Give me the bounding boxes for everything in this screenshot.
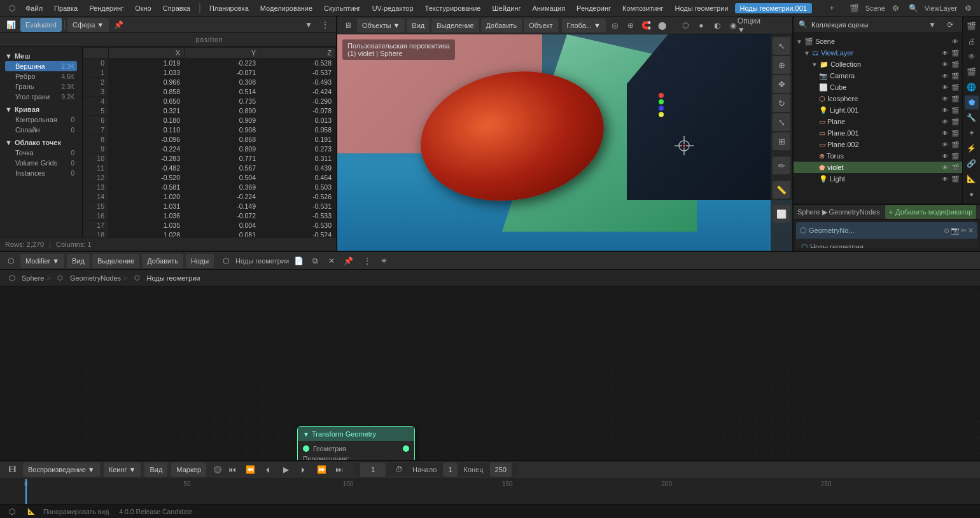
- current-frame-input[interactable]: 1: [360, 463, 386, 477]
- menu-edit[interactable]: Правка: [49, 3, 83, 13]
- table-row[interactable]: 2 0.966 0.308 -0.493: [83, 78, 336, 87]
- light-cam-icon[interactable]: 🎬: [951, 174, 960, 183]
- tree-plane001[interactable]: ▭ Plane.001 👁 🎬: [794, 127, 962, 139]
- plane001-cam-icon[interactable]: 🎬: [951, 129, 960, 137]
- table-row[interactable]: 17 1.035 0.004 -0.530: [83, 221, 336, 230]
- menu-help[interactable]: Справка: [158, 3, 195, 13]
- workspace-animation[interactable]: Анимация: [527, 3, 570, 13]
- scene-props-icon[interactable]: 🎬: [965, 65, 979, 79]
- table-row[interactable]: 12 -0.520 0.504 0.464: [83, 173, 336, 183]
- node-editor-icon[interactable]: ⬡: [4, 254, 18, 268]
- node-more-icon[interactable]: ⋮: [360, 254, 374, 268]
- shading-solid-icon[interactable]: ●: [694, 18, 708, 32]
- add-cube-tool[interactable]: ⬜: [773, 205, 790, 223]
- viewport-select-menu[interactable]: Выделение: [431, 18, 479, 32]
- table-row[interactable]: 8 -0.096 0.868 0.191: [83, 135, 336, 144]
- view-props-icon[interactable]: 👁: [965, 50, 979, 64]
- tree-viewlayer[interactable]: ▼ 🗂 ViewLayer 👁 🎬: [794, 47, 962, 59]
- workspace-geonodes2[interactable]: Ноды геометрии.001: [735, 3, 812, 13]
- plane001-eye-icon[interactable]: 👁: [941, 129, 949, 137]
- collection-cam-icon[interactable]: 🎬: [951, 60, 960, 69]
- workspace-shading[interactable]: Шейдинг: [487, 3, 526, 13]
- col-x[interactable]: X: [109, 48, 185, 59]
- transform-node[interactable]: ▼ Transform Geometry Геометрия Перемещен…: [297, 426, 415, 460]
- table-row[interactable]: 11 -0.482 0.567 0.439: [83, 164, 336, 173]
- translate-tool[interactable]: ✥: [773, 75, 790, 93]
- camera-cam-icon[interactable]: 🎬: [951, 71, 960, 80]
- add-workspace-icon[interactable]: +: [825, 1, 839, 15]
- menu-window[interactable]: Окно: [130, 3, 157, 13]
- ico-eye-icon[interactable]: 👁: [941, 94, 949, 103]
- constraints-props-icon[interactable]: 🔗: [965, 157, 979, 171]
- workspace-uv[interactable]: UV-редактор: [367, 3, 419, 13]
- node-modifier-menu[interactable]: Modifier ▼: [20, 254, 64, 268]
- tree-scene[interactable]: ▼ 🎬 Scene 👁: [794, 36, 962, 47]
- workspace-layout[interactable]: Планировка: [204, 3, 254, 13]
- violet-cam-icon[interactable]: 🎬: [951, 163, 960, 172]
- tree-cube[interactable]: ⬜ Cube 👁 🎬: [794, 81, 962, 93]
- table-row[interactable]: 1 1.033 -0.071 -0.537: [83, 68, 336, 78]
- viewport-objects-menu[interactable]: Объекты ▼: [357, 18, 405, 32]
- viewport-gizmo-icon[interactable]: ⊕: [624, 18, 638, 32]
- start-frame-input[interactable]: 1: [443, 463, 457, 477]
- move-tool[interactable]: ↖: [773, 37, 790, 55]
- workspace-modeling[interactable]: Моделирование: [255, 3, 318, 13]
- tree-torus[interactable]: ⊗ Torus 👁 🎬: [794, 150, 962, 162]
- 3d-viewport[interactable]: Пользовательская перспектива (1) violet …: [337, 34, 792, 251]
- mod-realtime-icon[interactable]: ⊙: [944, 227, 949, 235]
- cube-cam-icon[interactable]: 🎬: [951, 83, 960, 92]
- modifier-props-icon[interactable]: 🔧: [965, 111, 979, 125]
- plane-cam-icon[interactable]: 🎬: [951, 117, 960, 126]
- spline-item[interactable]: Сплайн 0: [5, 125, 77, 135]
- table-row[interactable]: 7 0.110 0.908 0.058: [83, 125, 336, 135]
- col-y[interactable]: Y: [185, 48, 260, 59]
- tree-plane[interactable]: ▭ Plane 👁 🎬: [794, 116, 962, 127]
- viewport-mode-btn[interactable]: Глоба... ▼: [562, 18, 606, 32]
- world-props-icon[interactable]: 🌐: [965, 80, 979, 94]
- menu-render[interactable]: Рендеринг: [84, 3, 129, 13]
- end-frame-input[interactable]: 250: [490, 463, 512, 477]
- scene-eye-icon[interactable]: 👁: [951, 37, 960, 46]
- instances-item[interactable]: Instances 0: [5, 168, 77, 178]
- annotate-tool[interactable]: ✏: [773, 157, 790, 174]
- plane002-cam-icon[interactable]: 🎬: [951, 140, 960, 149]
- node-add-menu[interactable]: Добавить: [142, 254, 183, 268]
- torus-cam-icon[interactable]: 🎬: [951, 151, 960, 160]
- node-canvas[interactable]: ▼ Вход группы Геометрия: [0, 286, 980, 460]
- table-row[interactable]: 16 1.036 -0.072 -0.533: [83, 211, 336, 221]
- play-btn[interactable]: ▶: [279, 463, 293, 477]
- workspace-geonodes[interactable]: Ноды геометрии: [670, 3, 734, 13]
- jump-end-btn[interactable]: ⏭: [332, 463, 346, 477]
- vertex-item[interactable]: Вершина 2.3K: [5, 61, 77, 71]
- object-props-icon[interactable]: ⬟: [965, 95, 979, 109]
- viewport-snap-icon[interactable]: 🧲: [640, 18, 654, 32]
- node-shading-icon[interactable]: ☀: [377, 254, 391, 268]
- breadcrumb-geonodes[interactable]: GeometryNodes: [70, 274, 121, 282]
- node-select-menu[interactable]: Выделение: [92, 254, 139, 268]
- tree-plane002[interactable]: ▭ Plane.002 👁 🎬: [794, 139, 962, 150]
- scale-tool[interactable]: ⤡: [773, 113, 790, 131]
- mod-edit-icon[interactable]: ✏: [961, 227, 967, 235]
- timeline-play-menu[interactable]: Воспроизведение ▼: [23, 463, 100, 477]
- breadcrumb-sphere[interactable]: Sphere: [22, 274, 44, 282]
- next-frame-btn[interactable]: ⏩: [314, 463, 328, 477]
- viewport-editor-icon[interactable]: 🖥: [341, 18, 355, 32]
- table-row[interactable]: 14 1.020 -0.224 -0.526: [83, 192, 336, 202]
- table-row[interactable]: 9 -0.224 0.809 0.273: [83, 144, 336, 154]
- col-z[interactable]: Z: [260, 48, 336, 59]
- prev-keyframe-btn[interactable]: ⏴: [261, 463, 275, 477]
- face-corner-item[interactable]: Угол грани 9.2K: [5, 92, 77, 102]
- light001-cam-icon[interactable]: 🎬: [951, 106, 960, 115]
- node-pin-icon[interactable]: 📌: [341, 254, 355, 268]
- table-row[interactable]: 4 0.650 0.735 -0.290: [83, 97, 336, 106]
- geonodes-mod-header[interactable]: ⬡ GeometryNo... ⊙ 📷 ✏ ✕: [796, 222, 977, 239]
- jump-start-btn[interactable]: ⏮: [225, 463, 239, 477]
- viewport-object-menu[interactable]: Объект: [524, 18, 557, 32]
- breadcrumb-nodes[interactable]: Ноды геометрии: [146, 274, 200, 282]
- point-item[interactable]: Точка 0: [5, 148, 77, 158]
- mod-delete-icon[interactable]: ✕: [968, 227, 974, 235]
- particles-props-icon[interactable]: ✦: [965, 126, 979, 140]
- table-row[interactable]: 5 0.321 0.890 -0.078: [83, 106, 336, 116]
- physics-props-icon[interactable]: ⚡: [965, 141, 979, 155]
- cloud-section-header[interactable]: ▼ Облако точек: [5, 137, 77, 148]
